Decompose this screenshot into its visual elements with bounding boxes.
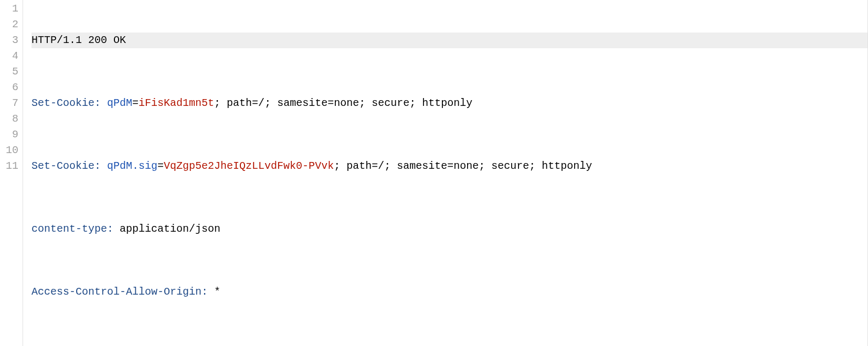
- line-number: 3: [0, 33, 18, 48]
- header-line-content-type: content-type: application/json: [31, 221, 867, 237]
- line-number: 1: [0, 1, 18, 17]
- line-number: 10: [0, 143, 18, 158]
- header-name: Set-Cookie:: [31, 97, 101, 109]
- cookie-attrs: ; path=/; samesite=none; secure; httponl…: [334, 160, 592, 172]
- cookie-value: VqZgp5e2JheIQzLLvdFwk0-PVvk: [164, 160, 334, 172]
- line-number: 7: [0, 95, 18, 111]
- header-value: *: [208, 286, 220, 298]
- header-line-set-cookie-2: Set-Cookie: qPdM.sig=VqZgp5e2JheIQzLLvdF…: [31, 158, 867, 174]
- cookie-name: qPdM.sig: [107, 160, 157, 172]
- cookie-value: iFisKad1mn5t: [139, 97, 214, 109]
- header-name: Set-Cookie:: [31, 160, 101, 172]
- header-name: content-type:: [31, 223, 113, 235]
- line-number: 4: [0, 48, 18, 64]
- line-number: 5: [0, 64, 18, 80]
- header-line-acao: Access-Control-Allow-Origin: *: [31, 284, 867, 300]
- header-name: Access-Control-Allow-Origin:: [31, 286, 208, 298]
- http-status: HTTP/1.1 200 OK: [31, 34, 126, 46]
- line-number: 6: [0, 80, 18, 95]
- line-number: 9: [0, 127, 18, 143]
- equals: =: [157, 160, 164, 172]
- header-value: application/json: [113, 223, 220, 235]
- line-number: 8: [0, 111, 18, 127]
- equals: =: [132, 97, 139, 109]
- http-response-viewer: 1 2 3 4 5 6 7 8 9 10 11 HTTP/1.1 200 OK …: [0, 0, 868, 346]
- cookie-attrs: ; path=/; samesite=none; secure; httponl…: [214, 97, 472, 109]
- header-line-set-cookie-1: Set-Cookie: qPdM=iFisKad1mn5t; path=/; s…: [31, 95, 867, 111]
- cookie-name: qPdM: [107, 97, 132, 109]
- line-number-gutter: 1 2 3 4 5 6 7 8 9 10 11: [0, 0, 23, 346]
- status-line: HTTP/1.1 200 OK: [31, 33, 867, 48]
- line-number: 11: [0, 158, 18, 174]
- code-content: HTTP/1.1 200 OK Set-Cookie: qPdM=iFisKad…: [23, 0, 867, 346]
- line-number: 2: [0, 17, 18, 33]
